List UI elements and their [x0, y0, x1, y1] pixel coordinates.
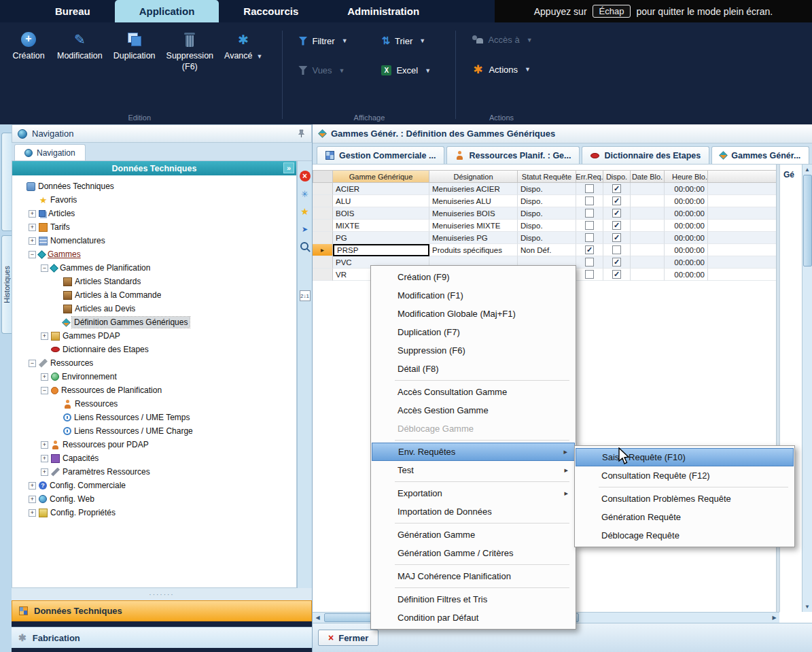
vues-button[interactable]: Vues▼: [298, 65, 358, 75]
cell-designation[interactable]: Menuiseries PG: [429, 232, 518, 244]
context-menu-item[interactable]: ▸: [372, 562, 575, 567]
err-req-checkbox[interactable]: [585, 233, 594, 242]
cell-statut[interactable]: Dispo.: [518, 220, 576, 232]
cell-err-req[interactable]: [576, 195, 603, 207]
tab-navigation[interactable]: Navigation: [14, 144, 86, 160]
sidebar-tool-icon[interactable]: [300, 171, 311, 182]
creation-button[interactable]: Création: [7, 28, 50, 66]
tree-item[interactable]: Tarifs: [12, 220, 296, 234]
cell-dispo[interactable]: [603, 269, 631, 281]
column-header-dispo[interactable]: Dispo.: [603, 170, 631, 183]
avance-button[interactable]: Avancé▼: [220, 28, 266, 66]
tree-item[interactable]: Données Techniques: [12, 179, 296, 193]
scroll-down-arrow[interactable]: ▼: [802, 602, 812, 612]
context-menu-item[interactable]: ▸: [372, 479, 575, 484]
actions-button[interactable]: Actions▼: [472, 63, 531, 75]
row-selector[interactable]: [313, 256, 333, 269]
vertical-scroll-thumb[interactable]: [803, 175, 812, 267]
tree-item[interactable]: Nomenclatures: [12, 234, 296, 247]
cell-date-blo[interactable]: [631, 207, 665, 220]
cell-err-req[interactable]: [576, 269, 603, 281]
err-req-checkbox[interactable]: [585, 196, 594, 205]
cell-err-req[interactable]: [576, 183, 603, 195]
expand-toggle[interactable]: [29, 224, 36, 231]
dispo-checkbox[interactable]: [612, 245, 621, 254]
vertical-scrollbar[interactable]: ▲ ▼: [802, 165, 812, 612]
cell-designation[interactable]: Menuiseries BOIS: [429, 207, 518, 220]
sidebar-section-donnees-techniques[interactable]: Données Techniques: [12, 600, 312, 621]
cell-date-blo[interactable]: [631, 232, 665, 244]
submenu-item[interactable]: Saisie Requête (F10) ▸: [576, 448, 794, 466]
cell-dispo[interactable]: [603, 244, 631, 256]
sidebar-tool-icon[interactable]: [300, 224, 311, 235]
cell-gamme[interactable]: PRSP: [333, 244, 429, 256]
top-tab[interactable]: Raccourcis: [219, 0, 323, 22]
tree-item[interactable]: Ressources de Planification: [12, 383, 296, 397]
context-menu-item[interactable]: Accès Gestion Gamme ▸: [372, 401, 575, 419]
context-menu-item[interactable]: MAJ Cohérence Planification ▸: [372, 567, 575, 585]
dispo-checkbox[interactable]: [612, 209, 621, 218]
sidebar-tool-icon[interactable]: [300, 290, 311, 301]
row-selector[interactable]: [313, 269, 333, 281]
cell-designation[interactable]: Menuiseries ALU: [429, 195, 518, 207]
tree-item[interactable]: Gammes de Planification: [12, 261, 296, 275]
context-menu-item[interactable]: ▸: [372, 378, 575, 383]
cell-statut[interactable]: Dispo.: [518, 232, 576, 244]
column-header-designation[interactable]: Désignation: [429, 170, 518, 183]
dispo-checkbox[interactable]: [612, 270, 621, 279]
cell-designation[interactable]: Produits spécifiques: [429, 244, 518, 256]
sidebar-section-fabrication[interactable]: Fabrication: [12, 627, 312, 648]
table-row[interactable]: PG Menuiseries PG Dispo. 00:00:00: [313, 232, 776, 244]
submenu-item[interactable]: Consultation Problèmes Requête ▸: [576, 490, 794, 508]
tree-item[interactable]: Articles Standards: [12, 275, 296, 288]
excel-button[interactable]: Excel▼: [381, 65, 441, 75]
top-tab[interactable]: Bureau: [31, 0, 115, 22]
tree-item[interactable]: Liens Ressources / UME Charge: [12, 424, 296, 438]
top-tab[interactable]: Application: [115, 0, 219, 22]
table-row[interactable]: ACIER Menuiseries ACIER Dispo. 00:00:00: [313, 183, 776, 195]
cell-date-blo[interactable]: [631, 269, 665, 281]
context-menu-item[interactable]: Déblocage Gamme ▸: [372, 419, 575, 438]
cell-dispo[interactable]: [603, 207, 631, 220]
cell-date-blo[interactable]: [631, 220, 665, 232]
cell-err-req[interactable]: [576, 244, 603, 256]
cell-heure-blo[interactable]: 00:00:00: [665, 269, 708, 281]
err-req-checkbox[interactable]: [585, 258, 594, 267]
sidebar-tool-icon[interactable]: [300, 241, 311, 252]
context-menu-item[interactable]: ▸: [372, 521, 575, 526]
cell-designation[interactable]: Menuiseries MIXTE: [429, 220, 518, 232]
tree-item[interactable]: Config. Propriétés: [12, 506, 296, 519]
context-menu-item[interactable]: Modification (F1) ▸: [372, 286, 575, 305]
acces-a-button[interactable]: Accès à▼: [472, 35, 532, 45]
context-menu-item[interactable]: ▸: [372, 585, 575, 590]
cell-err-req[interactable]: [576, 207, 603, 220]
cell-gamme[interactable]: PG: [333, 232, 429, 244]
cell-dispo[interactable]: [603, 183, 631, 195]
context-menu-item[interactable]: Env. Requêtes ▸: [372, 443, 575, 461]
cell-err-req[interactable]: [576, 256, 603, 269]
column-header-date[interactable]: Date Blo.: [631, 170, 665, 183]
close-document-button[interactable]: × Fermer: [318, 630, 378, 646]
tree-item[interactable]: Dictionnaire des Etapes: [12, 343, 296, 356]
column-header-err[interactable]: Err.Req.: [576, 170, 603, 183]
expand-toggle[interactable]: [41, 332, 48, 340]
tree-item[interactable]: Config. Commerciale: [12, 479, 296, 492]
cell-dispo[interactable]: [603, 256, 631, 269]
expand-toggle[interactable]: [41, 373, 48, 381]
expand-toggle[interactable]: [29, 482, 36, 490]
tree-item[interactable]: Liens Ressources / UME Temps: [12, 411, 296, 424]
tree-item[interactable]: Ressources: [12, 397, 296, 411]
filtrer-button[interactable]: Filtrer▼: [298, 36, 358, 46]
table-row[interactable]: PRSP Produits spécifiques Non Déf. 00:00…: [313, 244, 776, 256]
err-req-checkbox[interactable]: [585, 209, 594, 218]
cell-err-req[interactable]: [576, 220, 603, 232]
cell-statut[interactable]: Dispo.: [518, 183, 576, 195]
expand-toggle[interactable]: [41, 455, 48, 462]
column-header-heure[interactable]: Heure Blo.: [665, 170, 708, 183]
row-selector[interactable]: [313, 207, 333, 220]
tree-item[interactable]: Capacités: [12, 451, 296, 465]
cell-gamme[interactable]: ALU: [333, 195, 429, 207]
cell-heure-blo[interactable]: 00:00:00: [665, 232, 708, 244]
dispo-checkbox[interactable]: [612, 184, 621, 193]
document-tab[interactable]: Gammes Génér...: [711, 146, 809, 164]
